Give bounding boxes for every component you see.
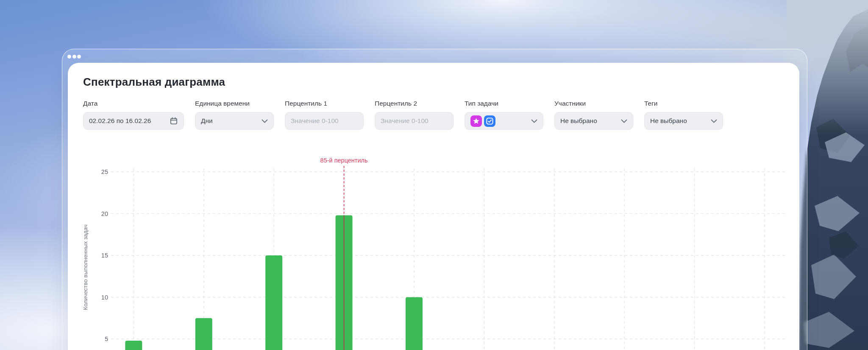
dashboard-card: Спектральная диаграмма Дата 02.02.26 по … (68, 63, 799, 350)
y-tick-label: 10 (101, 294, 108, 301)
window-controls (67, 55, 81, 59)
bar[interactable] (265, 255, 282, 350)
percentile-label: 85-й перцентиль (320, 157, 368, 164)
window-dot[interactable] (72, 55, 76, 59)
y-tick-label: 15 (101, 252, 108, 259)
window-dot[interactable] (77, 55, 81, 59)
bar[interactable] (125, 341, 142, 350)
y-tick-label: 20 (101, 210, 108, 217)
bar[interactable] (406, 297, 423, 350)
window-dot[interactable] (67, 55, 71, 59)
y-tick-label: 25 (101, 168, 108, 175)
y-tick-label: 5 (105, 336, 108, 342)
spectral-bar-chart: 51015202585-й перцентильКоличество выпол… (68, 63, 799, 350)
y-axis-label: Количество выполненных задач (82, 224, 89, 310)
bar[interactable] (195, 318, 212, 350)
